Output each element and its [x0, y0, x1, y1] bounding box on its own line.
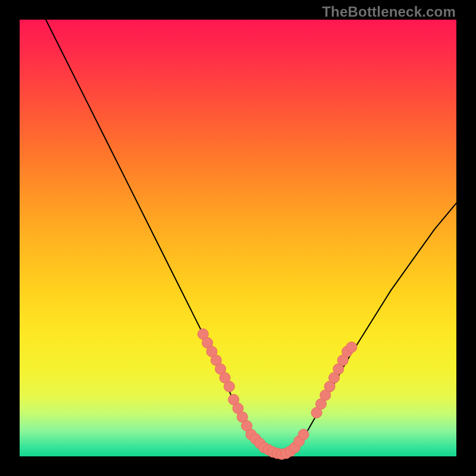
chart-frame: TheBottleneck.com: [0, 0, 476, 476]
curve-line: [46, 20, 456, 456]
valley-markers: [298, 429, 309, 440]
left-slope-markers: [224, 381, 234, 392]
right-slope-markers: [346, 342, 357, 353]
plot-svg: [20, 20, 456, 456]
watermark-text: TheBottleneck.com: [322, 4, 456, 20]
plot-area: [20, 20, 456, 456]
